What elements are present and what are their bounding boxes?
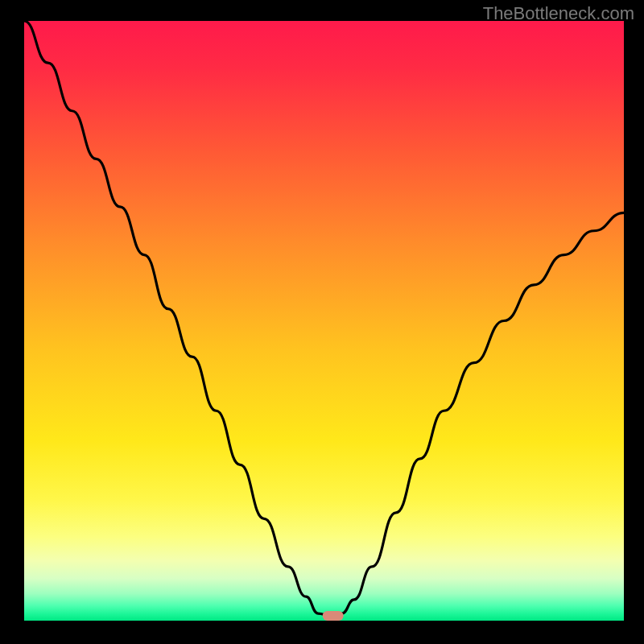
optimum-marker (323, 611, 344, 621)
attribution-label: TheBottleneck.com (483, 3, 634, 24)
chart-svg (0, 0, 644, 644)
bottleneck-chart: TheBottleneck.com (0, 0, 644, 644)
plot-background (24, 21, 624, 621)
